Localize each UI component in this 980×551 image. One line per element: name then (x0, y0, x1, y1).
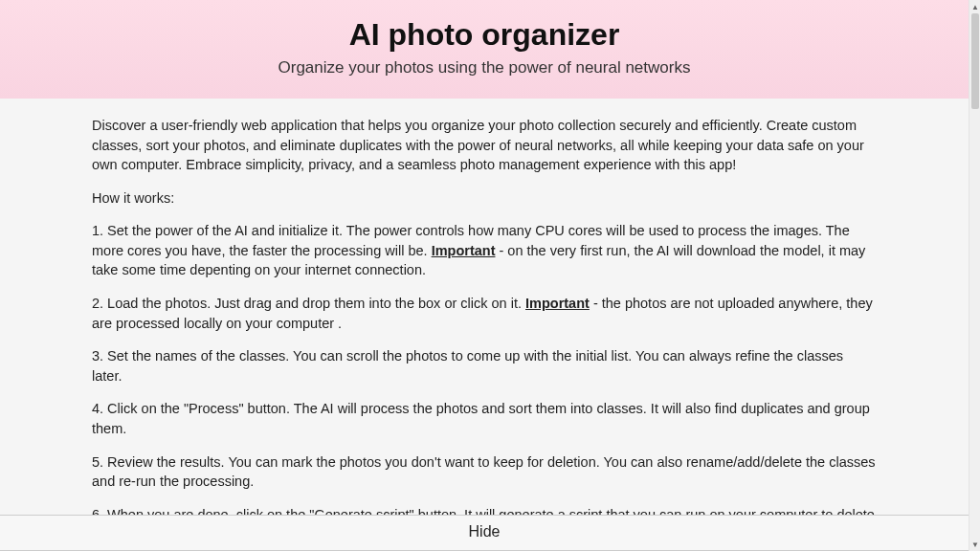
page-subtitle: Organize your photos using the power of … (0, 58, 969, 77)
step-2: 2. Load the photos. Just drag and drop t… (92, 294, 877, 333)
step-4: 4. Click on the "Process" button. The AI… (92, 399, 877, 438)
how-it-works-label: How it works: (92, 188, 877, 209)
page-title: AI photo organizer (0, 17, 969, 53)
step-2-text-a: 2. Load the photos. Just drag and drop t… (92, 296, 525, 311)
step-3: 3. Set the names of the classes. You can… (92, 346, 877, 386)
step-5: 5. Review the results. You can mark the … (92, 452, 877, 492)
scrollbar-thumb[interactable] (971, 13, 979, 109)
scroll-down-icon[interactable]: ▼ (969, 538, 980, 551)
hide-button[interactable]: Hide (0, 515, 969, 551)
step-1: 1. Set the power of the AI and initializ… (92, 221, 877, 280)
intro-paragraph: Discover a user-friendly web application… (92, 116, 877, 175)
instructions-section: Discover a user-friendly web application… (73, 99, 896, 551)
hero-banner: AI photo organizer Organize your photos … (0, 0, 969, 99)
scroll-up-icon[interactable]: ▲ (969, 0, 980, 13)
important-label: Important (525, 296, 590, 311)
vertical-scrollbar[interactable]: ▲ ▼ (969, 0, 980, 551)
important-label: Important (432, 243, 496, 258)
